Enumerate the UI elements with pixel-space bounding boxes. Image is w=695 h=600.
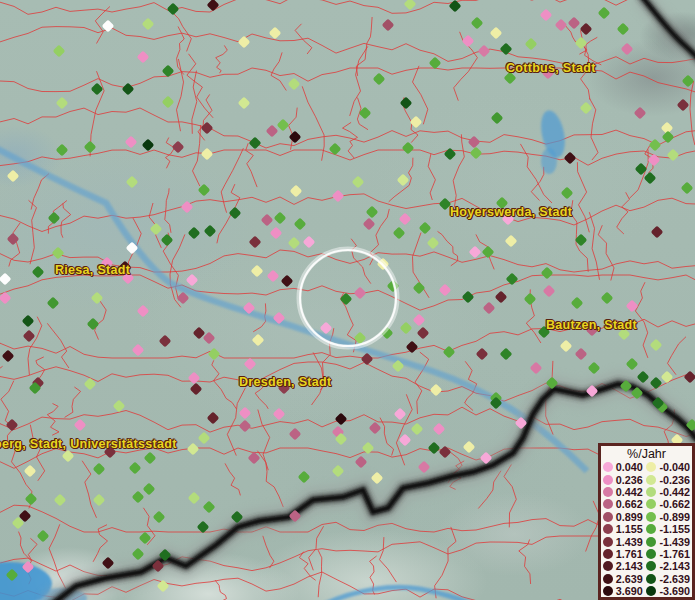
data-point-marker[interactable] [52, 247, 65, 260]
data-point-marker[interactable] [644, 172, 657, 185]
data-point-marker[interactable] [207, 0, 220, 11]
data-point-marker[interactable] [505, 235, 518, 248]
data-point-marker[interactable] [203, 501, 216, 514]
data-point-marker[interactable] [332, 190, 345, 203]
data-point-marker[interactable] [278, 382, 291, 395]
data-point-marker[interactable] [340, 293, 353, 306]
data-point-marker[interactable] [125, 136, 138, 149]
data-point-marker[interactable] [181, 201, 194, 214]
data-point-marker[interactable] [413, 282, 426, 295]
data-point-marker[interactable] [186, 274, 199, 287]
data-point-marker[interactable] [373, 73, 386, 86]
data-point-marker[interactable] [617, 23, 630, 36]
data-point-marker[interactable] [101, 257, 114, 270]
data-point-marker[interactable] [601, 292, 614, 305]
data-point-marker[interactable] [239, 407, 252, 420]
data-point-marker[interactable] [91, 83, 104, 96]
data-point-marker[interactable] [188, 227, 201, 240]
data-point-marker[interactable] [362, 442, 375, 455]
data-point-marker[interactable] [418, 461, 431, 474]
data-point-marker[interactable] [204, 225, 217, 238]
data-point-marker[interactable] [208, 348, 221, 361]
data-point-marker[interactable] [621, 43, 634, 56]
data-point-marker[interactable] [153, 511, 166, 524]
data-point-marker[interactable] [47, 297, 60, 310]
data-point-marker[interactable] [618, 328, 631, 341]
data-point-marker[interactable] [0, 292, 11, 305]
data-point-marker[interactable] [289, 428, 302, 441]
data-point-marker[interactable] [404, 0, 417, 10]
data-point-marker[interactable] [397, 174, 410, 187]
data-point-marker[interactable] [468, 136, 481, 149]
data-point-marker[interactable] [91, 292, 104, 305]
data-point-marker[interactable] [439, 198, 452, 211]
data-point-marker[interactable] [586, 324, 599, 337]
data-point-marker[interactable] [93, 463, 106, 476]
data-point-marker[interactable] [137, 305, 150, 318]
data-point-marker[interactable] [126, 242, 139, 255]
data-point-marker[interactable] [411, 423, 424, 436]
data-point-marker[interactable] [482, 246, 495, 259]
data-point-marker[interactable] [102, 557, 115, 570]
data-point-marker[interactable] [515, 417, 528, 430]
data-point-marker[interactable] [231, 511, 244, 524]
data-point-marker[interactable] [7, 233, 20, 246]
data-point-marker[interactable] [62, 450, 75, 463]
data-point-marker[interactable] [159, 549, 172, 562]
data-point-marker[interactable] [677, 99, 690, 112]
data-point-marker[interactable] [32, 266, 45, 279]
data-point-marker[interactable] [419, 222, 432, 235]
data-point-marker[interactable] [352, 176, 365, 189]
data-point-marker[interactable] [142, 18, 155, 31]
data-point-marker[interactable] [361, 353, 374, 366]
data-point-marker[interactable] [543, 285, 556, 298]
data-point-marker[interactable] [631, 387, 644, 400]
data-point-marker[interactable] [555, 19, 568, 32]
data-point-marker[interactable] [500, 348, 513, 361]
data-point-marker[interactable] [332, 465, 345, 478]
data-point-marker[interactable] [104, 446, 117, 459]
data-point-marker[interactable] [187, 443, 200, 456]
data-point-marker[interactable] [48, 212, 61, 225]
data-point-marker[interactable] [161, 234, 174, 247]
data-point-marker[interactable] [564, 152, 577, 165]
data-point-marker[interactable] [239, 420, 252, 433]
data-point-marker[interactable] [427, 237, 440, 250]
data-point-marker[interactable] [387, 280, 400, 293]
data-point-marker[interactable] [137, 51, 150, 64]
data-point-marker[interactable] [369, 422, 382, 435]
data-point-marker[interactable] [506, 273, 519, 286]
data-point-marker[interactable] [626, 358, 639, 371]
data-point-marker[interactable] [650, 377, 663, 390]
data-point-marker[interactable] [354, 332, 367, 345]
data-point-marker[interactable] [480, 452, 493, 465]
data-point-marker[interactable] [478, 45, 491, 58]
data-point-marker[interactable] [637, 371, 650, 384]
data-point-marker[interactable] [634, 107, 647, 120]
map-canvas[interactable]: Cottbus, StadtHoyerswerda, StadtRiesa, S… [0, 0, 695, 600]
data-point-marker[interactable] [542, 67, 555, 80]
data-point-marker[interactable] [56, 144, 69, 157]
data-point-marker[interactable] [132, 491, 145, 504]
data-point-marker[interactable] [172, 141, 185, 154]
data-point-marker[interactable] [546, 377, 559, 390]
data-point-marker[interactable] [229, 207, 242, 220]
data-point-marker[interactable] [560, 340, 573, 353]
data-point-marker[interactable] [113, 400, 126, 413]
data-point-marker[interactable] [122, 272, 135, 285]
data-point-marker[interactable] [266, 125, 279, 138]
data-point-marker[interactable] [667, 149, 680, 162]
data-point-marker[interactable] [288, 78, 301, 91]
data-point-marker[interactable] [335, 413, 348, 426]
data-point-marker[interactable] [53, 45, 66, 58]
data-point-marker[interactable] [635, 163, 648, 176]
data-point-marker[interactable] [469, 246, 482, 259]
data-point-marker[interactable] [377, 258, 390, 271]
data-point-marker[interactable] [490, 27, 503, 40]
data-point-marker[interactable] [273, 312, 286, 325]
data-point-marker[interactable] [281, 275, 294, 288]
data-point-marker[interactable] [122, 83, 135, 96]
data-point-marker[interactable] [575, 37, 588, 50]
data-point-marker[interactable] [496, 197, 509, 210]
data-point-marker[interactable] [580, 23, 593, 36]
